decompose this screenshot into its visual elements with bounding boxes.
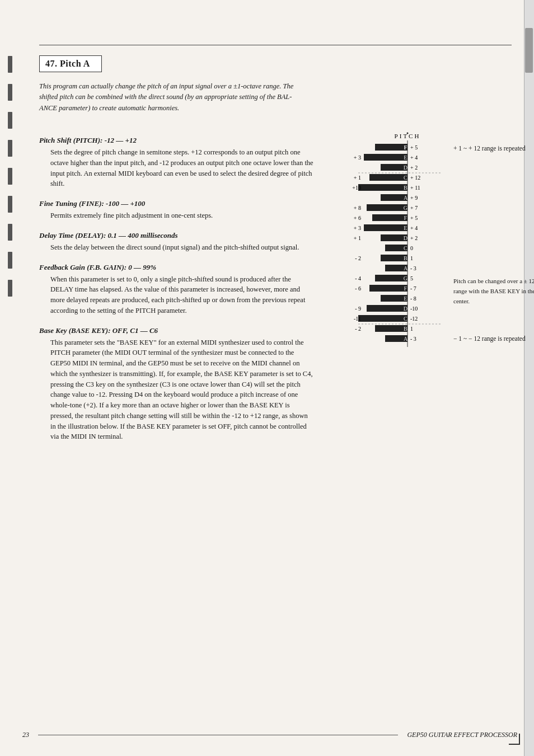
param-base-key-header: Base Key (BASE KEY): OFF, C1 — C6	[39, 326, 313, 335]
svg-text:+ 11: + 11	[410, 185, 420, 191]
param-delay-time-header: Delay Time (DELAY): 0.1 — 400 millisecon…	[39, 231, 313, 240]
svg-rect-3	[375, 144, 407, 151]
svg-text:1: 1	[410, 255, 413, 261]
binding-mark-2	[8, 84, 12, 101]
intro-text: This program can actually change the pit…	[39, 81, 308, 114]
svg-text:- 7: - 7	[410, 285, 416, 292]
annotation-mid: Pitch can be changed over a ± 12 range w…	[453, 276, 534, 306]
annotation-top: + 1 ~ + 12 range is repeated	[453, 144, 534, 153]
svg-text:+ 5: + 5	[410, 144, 418, 151]
binding-mark-7	[8, 224, 12, 241]
footer-title: GEP50 GUITAR EFFECT PROCESSOR	[407, 731, 517, 739]
svg-rect-51	[375, 275, 407, 281]
svg-rect-25	[367, 204, 407, 211]
page-container: 47. Pitch A This program can actually ch…	[0, 0, 534, 756]
bottom-right-corner-mark	[509, 734, 520, 745]
annotation-bottom: − 1 ~ − 12 range is repeated	[453, 334, 534, 344]
right-col: PITCH F 5 + 5 E 5	[313, 126, 534, 444]
svg-text:+ 4: + 4	[410, 225, 418, 231]
svg-rect-66	[358, 315, 407, 322]
svg-text:+ 7: + 7	[410, 205, 418, 211]
svg-text:-11: -11	[354, 316, 361, 322]
param-delay-time-body: Sets the delay between the direct sound …	[50, 242, 313, 253]
svg-rect-62	[367, 305, 407, 312]
param-base-key-body: This parameter sets the "BASE KEY" for a…	[50, 337, 313, 443]
svg-text:0: 0	[410, 245, 413, 251]
param-fine-tuning-body: Permits extremely fine pitch adjustment …	[50, 210, 313, 221]
param-feedback-gain: Feedback Gain (F.B. GAIN): 0 — 99% When …	[39, 263, 313, 316]
param-base-key: Base Key (BASE KEY): OFF, C1 — C6 This p…	[39, 326, 313, 443]
svg-text:- 3: - 3	[410, 265, 416, 271]
svg-text:- 3: - 3	[410, 336, 416, 342]
svg-text:+ 4: + 4	[410, 154, 418, 161]
svg-rect-55	[369, 285, 407, 292]
param-feedback-gain-header: Feedback Gain (F.B. GAIN): 0 — 99%	[39, 263, 313, 272]
param-pitch-shift: Pitch Shift (PITCH): -12 — +12 Sets the …	[39, 136, 313, 189]
scrollbar-thumb[interactable]	[525, 28, 533, 73]
binding-mark-8	[8, 252, 12, 269]
svg-rect-33	[364, 224, 407, 231]
footer-line	[38, 735, 398, 735]
binding-mark-1	[8, 56, 12, 73]
diagram-annotations: + 1 ~ + 12 range is repeated Pitch can b…	[453, 144, 534, 344]
svg-text:+ 3: + 3	[354, 225, 361, 231]
main-content: 47. Pitch A This program can actually ch…	[17, 0, 523, 467]
title-box: 47. Pitch A	[39, 55, 102, 72]
left-col: Pitch Shift (PITCH): -12 — +12 Sets the …	[39, 126, 313, 444]
svg-text:+ 1: + 1	[354, 235, 361, 241]
svg-rect-29	[372, 214, 407, 221]
svg-text:- 6: - 6	[355, 285, 361, 292]
param-fine-tuning: Fine Tuning (FINE): -100 — +100 Permits …	[39, 199, 313, 221]
svg-text:- 2: - 2	[355, 326, 361, 332]
page-title: 47. Pitch A	[45, 59, 90, 69]
svg-text:+ 1: + 1	[354, 175, 361, 181]
svg-text:+ 5: + 5	[410, 215, 418, 221]
svg-text:+ 8: + 8	[354, 205, 361, 211]
svg-text:-12: -12	[410, 316, 418, 322]
svg-text:5: 5	[410, 275, 413, 281]
page-footer: 23 GEP50 GUITAR EFFECT PROCESSOR	[22, 731, 517, 739]
svg-rect-14	[369, 174, 407, 181]
footer-page-num: 23	[22, 731, 29, 739]
param-feedback-gain-body: When this parameter is set to 0, only a …	[50, 274, 313, 316]
svg-text:+ 6: + 6	[354, 215, 361, 221]
svg-text:- 2: - 2	[355, 255, 361, 261]
binding-mark-4	[8, 140, 12, 157]
param-pitch-shift-body: Sets the degree of pitch change in semit…	[50, 147, 313, 189]
param-fine-tuning-header: Fine Tuning (FINE): -100 — +100	[39, 199, 313, 208]
top-rule	[39, 45, 512, 45]
svg-rect-6	[364, 154, 407, 161]
svg-text:+ 12: + 12	[410, 175, 420, 181]
binding-mark-3	[8, 112, 12, 129]
binding-mark-5	[8, 168, 12, 185]
svg-text:- 4: - 4	[355, 275, 361, 281]
svg-point-1	[407, 133, 409, 134]
param-pitch-shift-header: Pitch Shift (PITCH): -12 — +12	[39, 136, 313, 145]
left-binding	[8, 56, 12, 392]
svg-text:- 9: - 9	[355, 306, 361, 312]
binding-mark-6	[8, 196, 12, 213]
svg-text:+ 3: + 3	[354, 154, 361, 161]
binding-mark-9	[8, 280, 12, 297]
svg-text:- 8: - 8	[410, 295, 416, 302]
pitch-diagram: PITCH F 5 + 5 E 5	[325, 132, 534, 344]
svg-text:+10: +10	[352, 185, 361, 191]
svg-text:+ 2: + 2	[410, 165, 418, 171]
svg-text:+ 2: + 2	[410, 235, 418, 241]
param-delay-time: Delay Time (DELAY): 0.1 — 400 millisecon…	[39, 231, 313, 253]
content-columns: Pitch Shift (PITCH): -12 — +12 Sets the …	[39, 126, 512, 444]
svg-text:1: 1	[410, 326, 413, 332]
svg-text:+ 9: + 9	[410, 195, 418, 201]
svg-text:-10: -10	[410, 306, 418, 312]
svg-rect-71	[375, 325, 407, 332]
svg-rect-18	[358, 184, 407, 191]
